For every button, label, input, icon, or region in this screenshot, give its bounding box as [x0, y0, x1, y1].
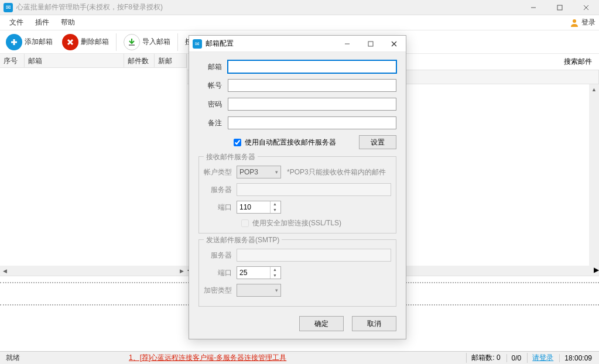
- mailbox-hscroll[interactable]: ◀ ▶: [0, 266, 187, 276]
- status-right: 邮箱数: 0 0/0 请登录 18:00:09: [466, 353, 597, 363]
- setting-button[interactable]: 设置: [359, 135, 396, 149]
- add-mailbox-label: 添加邮箱: [25, 37, 53, 47]
- menubar: 文件 插件 帮助 登录: [0, 15, 599, 30]
- dialog-controls: [336, 36, 406, 52]
- dialog-titlebar[interactable]: ✉ 邮箱配置: [189, 36, 406, 52]
- scroll-up-icon[interactable]: ▲: [589, 84, 599, 94]
- col-seq[interactable]: 序号: [0, 54, 25, 67]
- mailbox-table-header: 序号 邮箱 邮件数 新邮: [0, 54, 187, 68]
- account-type-value: POP3: [239, 168, 258, 176]
- auto-config-label: 使用自动配置接收邮件服务器: [245, 138, 336, 147]
- delete-mailbox-label: 删除邮箱: [81, 37, 109, 47]
- remark-input[interactable]: [228, 116, 396, 129]
- menu-plugin[interactable]: 插件: [29, 15, 55, 30]
- mailbox-input[interactable]: [228, 60, 396, 73]
- send-server-label: 服务器: [204, 250, 237, 260]
- col-count[interactable]: 邮件数: [124, 54, 155, 67]
- recv-server-input: [237, 183, 391, 196]
- svg-point-4: [573, 19, 576, 23]
- password-label: 密码: [198, 99, 228, 109]
- recv-server-fieldset: 接收邮件服务器 帐户类型 POP3 ▾ *POP3只能接收收件箱内的邮件 服务器…: [198, 156, 396, 233]
- account-type-label: 帐户类型: [204, 167, 237, 177]
- mailbox-label: 邮箱: [198, 62, 228, 72]
- recv-server-label: 服务器: [204, 185, 237, 195]
- import-mailbox-button[interactable]: 导入邮箱: [120, 33, 174, 51]
- send-server-input: [237, 249, 391, 262]
- ok-button[interactable]: 确定: [299, 316, 344, 331]
- svg-rect-11: [368, 42, 373, 46]
- send-legend: 发送邮件服务器(SMTP): [204, 235, 282, 245]
- remark-label: 备注: [198, 118, 228, 128]
- window-title: 心蓝批量邮件管理助手(未授权，按F8登录授权): [16, 2, 163, 12]
- chevron-down-icon: ▾: [275, 287, 278, 293]
- recv-port-input[interactable]: [237, 203, 270, 211]
- scroll-right-icon[interactable]: ▶: [594, 266, 599, 276]
- dialog-title: 邮箱配置: [206, 39, 234, 49]
- spin-up-icon[interactable]: ▲: [271, 267, 279, 273]
- user-icon: [570, 18, 579, 28]
- dialog-buttons: 确定 取消: [198, 313, 396, 331]
- login-label: 登录: [581, 18, 595, 28]
- send-port-input[interactable]: [237, 269, 270, 277]
- password-input[interactable]: [228, 98, 396, 111]
- recv-port-spinner[interactable]: ▲▼: [237, 201, 281, 214]
- menu-file[interactable]: 文件: [4, 15, 29, 30]
- window-controls: [520, 0, 599, 15]
- send-port-spinner[interactable]: ▲▼: [237, 266, 281, 279]
- dialog-close-button[interactable]: [382, 36, 406, 52]
- mail-vscroll[interactable]: ▲: [589, 84, 599, 266]
- col-mailbox[interactable]: 邮箱: [25, 54, 124, 67]
- promo-link[interactable]: 1、[荐]心蓝远程连接客户端-多服务器连接管理工具: [129, 353, 286, 363]
- col-new[interactable]: 新邮: [155, 54, 187, 67]
- search-mail-button[interactable]: 搜索邮件: [559, 54, 597, 69]
- send-port-label: 端口: [204, 268, 237, 278]
- mailbox-table-body[interactable]: [0, 68, 187, 266]
- import-icon: [124, 34, 140, 50]
- x-icon: [62, 34, 78, 50]
- mailbox-list-panel: 序号 邮箱 邮件数 新邮 ◀ ▶: [0, 54, 187, 276]
- window-titlebar: ✉ 心蓝批量邮件管理助手(未授权，按F8登录授权): [0, 0, 599, 15]
- enc-type-label: 加密类型: [204, 286, 237, 296]
- auto-config-checkbox[interactable]: [234, 139, 241, 146]
- spin-down-icon[interactable]: ▼: [271, 273, 279, 279]
- recv-ssl-checkbox: [241, 219, 249, 227]
- dialog-maximize-button[interactable]: [359, 36, 382, 52]
- login-button[interactable]: 登录: [570, 18, 595, 28]
- mailbox-count: 邮箱数: 0: [466, 353, 505, 363]
- recv-ssl-label: 使用安全加密连接(SSL/TLS): [252, 218, 341, 228]
- dialog-icon: ✉: [193, 39, 202, 49]
- scroll-right-icon[interactable]: ▶: [177, 266, 187, 276]
- mailbox-config-dialog: ✉ 邮箱配置 邮箱 帐号 密码 备注 使用自动配置接收邮件服务器 设置: [189, 35, 406, 339]
- progress: 0/0: [506, 354, 526, 362]
- spin-up-icon[interactable]: ▲: [271, 201, 279, 207]
- scroll-left-icon[interactable]: ◀: [0, 266, 10, 276]
- send-server-fieldset: 发送邮件服务器(SMTP) 服务器 端口 ▲▼ 加密类型: [198, 239, 396, 307]
- dialog-body: 邮箱 帐号 密码 备注 使用自动配置接收邮件服务器 设置 接收邮件服务器 帐户类…: [189, 52, 406, 339]
- minimize-button[interactable]: [520, 0, 546, 15]
- toolbar-separator: [177, 33, 178, 51]
- dialog-minimize-button[interactable]: [336, 36, 359, 52]
- enc-type-select[interactable]: ▾: [237, 284, 281, 297]
- recv-legend: 接收邮件服务器: [204, 152, 258, 162]
- close-button[interactable]: [573, 0, 599, 15]
- svg-rect-1: [557, 5, 562, 10]
- chevron-down-icon: ▾: [275, 169, 278, 175]
- account-input[interactable]: [228, 79, 396, 92]
- recv-port-label: 端口: [204, 202, 237, 212]
- spin-down-icon[interactable]: ▼: [271, 207, 279, 213]
- plus-icon: [6, 34, 22, 50]
- toolbar-separator: [116, 33, 117, 51]
- status-ready: 就绪: [2, 353, 23, 363]
- account-label: 帐号: [198, 81, 228, 91]
- clock: 18:00:09: [559, 354, 597, 362]
- delete-mailbox-button[interactable]: 删除邮箱: [59, 33, 112, 51]
- cancel-button[interactable]: 取消: [352, 316, 396, 331]
- pop3-note: *POP3只能接收收件箱内的邮件: [287, 167, 386, 177]
- statusbar: 就绪 1、[荐]心蓝远程连接客户端-多服务器连接管理工具 邮箱数: 0 0/0 …: [0, 351, 599, 364]
- login-prompt-link[interactable]: 请登录: [527, 353, 558, 363]
- app-icon: ✉: [4, 3, 13, 12]
- maximize-button[interactable]: [546, 0, 573, 15]
- add-mailbox-button[interactable]: 添加邮箱: [2, 33, 56, 51]
- account-type-select[interactable]: POP3 ▾: [237, 166, 281, 178]
- menu-help[interactable]: 帮助: [55, 15, 81, 30]
